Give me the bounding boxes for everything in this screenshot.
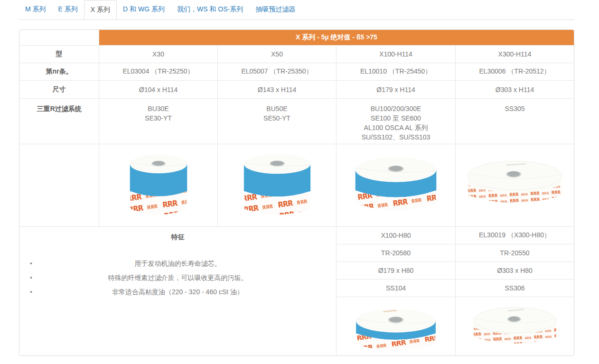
product-image-cell-x300-h80 xyxy=(456,297,574,356)
feature-bullet-1: 用于发动机油的长寿命滤芯。 xyxy=(19,256,336,271)
tab-x-series[interactable]: X 系列 xyxy=(84,0,117,20)
systems-x100-line4: SU/SS102、SU/SS103 xyxy=(362,132,431,142)
tr-nr-x300-h80: TR-20550 xyxy=(456,244,574,262)
tab-suction-prefilter-label[interactable]: 抽吸预过滤器 xyxy=(249,0,301,19)
systems-x50-line1: BU50E xyxy=(266,104,287,113)
product-image-cell-x100-h80 xyxy=(337,297,456,356)
systems-x100-line3: AL100 OSCA AL 系列 xyxy=(364,123,428,132)
tab-e-series-label[interactable]: E 系列 xyxy=(52,0,84,19)
tab-suction-prefilter[interactable]: 抽吸预过滤器 xyxy=(249,0,301,20)
systems-x100: BU100/200/300E SE100 至 SE600 AL100 OSCA … xyxy=(337,99,456,144)
tab-d-wg-series-label[interactable]: D 和 WG 系列 xyxy=(117,0,171,19)
systems-x300: SS305 xyxy=(456,99,574,144)
tab-d-wg-series[interactable]: D 和 WG 系列 xyxy=(117,0,171,20)
tr-nr-x100-h80: TR-20580 xyxy=(337,244,456,262)
system-x300-h80: SS306 xyxy=(456,280,574,297)
model-x50: X50 xyxy=(218,46,337,63)
series-tab-bar: M 系列 E 系列 X 系列 D 和 WG 系列 我们，WS 和 OS-系列 抽… xyxy=(19,0,574,20)
system-x100-h80: SS104 xyxy=(337,280,456,297)
table-title-banner: X 系列 - 5µ 绝对值 - ß5 >75 xyxy=(99,30,574,46)
product-image-x100-h114 xyxy=(350,149,442,224)
systems-x50-line2: SE50-YT xyxy=(263,113,290,123)
tab-e-series[interactable]: E 系列 xyxy=(52,0,84,20)
systems-x100-line1: BU100/200/300E xyxy=(371,104,421,113)
product-image-cell-x30 xyxy=(99,144,218,227)
size-x300: Ø303 x H114 xyxy=(456,81,574,99)
model-x30: X30 xyxy=(99,46,218,63)
features-panel: 特征 用于发动机油的长寿命滤芯。 特殊的纤维素过滤介质，可以吸收更高的污垢。 非… xyxy=(19,227,337,356)
model-x100-h114: X100-H114 xyxy=(337,46,456,63)
feature-bullet-2: 特殊的纤维素过滤介质，可以吸收更高的污垢。 xyxy=(19,271,336,285)
size-x100-h80: Ø179 x H80 xyxy=(337,262,456,280)
model-x300-h114: X300-H114 xyxy=(456,46,574,63)
tab-x-series-label[interactable]: X 系列 xyxy=(84,0,117,19)
row-label-type: 型 xyxy=(19,46,99,63)
product-image-x300-h114 xyxy=(465,151,565,222)
size-x100: Ø179 x H114 xyxy=(337,81,456,99)
tab-ws-os-series-label[interactable]: 我们，WS 和 OS-系列 xyxy=(171,0,249,19)
row-label-triple-r: 三重R过滤系统 xyxy=(19,99,99,144)
art-nr-x300: EL30006 （TR-20512） xyxy=(456,63,574,81)
feature-bullet-3: 非常适合高粘度油（220 - 320 - 460 cSt 油） xyxy=(19,285,336,299)
size-x50: Ø143 x H114 xyxy=(218,81,337,99)
art-nr-x50: EL05007 （TR-25350） xyxy=(218,63,337,81)
row-label-art-nr: 第nr条。 xyxy=(19,63,99,81)
tab-m-series[interactable]: M 系列 xyxy=(19,0,52,20)
systems-x30: BU30E SE30-YT xyxy=(99,99,218,144)
features-title: 特征 xyxy=(19,233,336,242)
product-image-cell-x50 xyxy=(218,144,337,227)
product-image-x100-h80 xyxy=(350,301,441,356)
features-list: 用于发动机油的长寿命滤芯。 特殊的纤维素过滤介质，可以吸收更高的污垢。 非常适合… xyxy=(19,256,336,299)
product-image-cell-x100-h114 xyxy=(337,144,456,227)
systems-x50: BU50E SE50-YT xyxy=(218,99,337,144)
table-corner-cell xyxy=(19,30,99,46)
product-image-x30 xyxy=(119,149,198,224)
systems-x30-line2: SE30-YT xyxy=(145,113,172,123)
size-x30: Ø104 x H114 xyxy=(99,81,218,99)
systems-x300-line1: SS305 xyxy=(505,104,524,113)
product-image-cell-x300-h114 xyxy=(456,144,574,227)
art-nr-x100: EL10010 （TR-25450） xyxy=(337,63,456,81)
art-nr-x30: EL03004 （TR-25250） xyxy=(99,63,218,81)
tab-m-series-label[interactable]: M 系列 xyxy=(19,0,52,19)
systems-x100-line2: SE100 至 SE600 xyxy=(371,113,421,123)
model-x300-h80: EL30019 （X300-H80） xyxy=(456,227,574,244)
product-image-x300-h80 xyxy=(470,301,560,356)
product-image-x50 xyxy=(234,149,320,224)
size-x300-h80: Ø303 x H80 xyxy=(456,262,574,280)
systems-x30-line1: BU30E xyxy=(148,104,168,113)
x-series-spec-table: X 系列 - 5µ 绝对值 - ß5 >75 型 X30 X50 X100-H1… xyxy=(19,29,574,356)
row-label-size: 尺寸 xyxy=(19,81,99,99)
image-row-spacer-cell xyxy=(19,144,99,227)
tab-ws-os-series[interactable]: 我们，WS 和 OS-系列 xyxy=(171,0,249,20)
model-x100-h80: X100-H80 xyxy=(337,227,456,244)
